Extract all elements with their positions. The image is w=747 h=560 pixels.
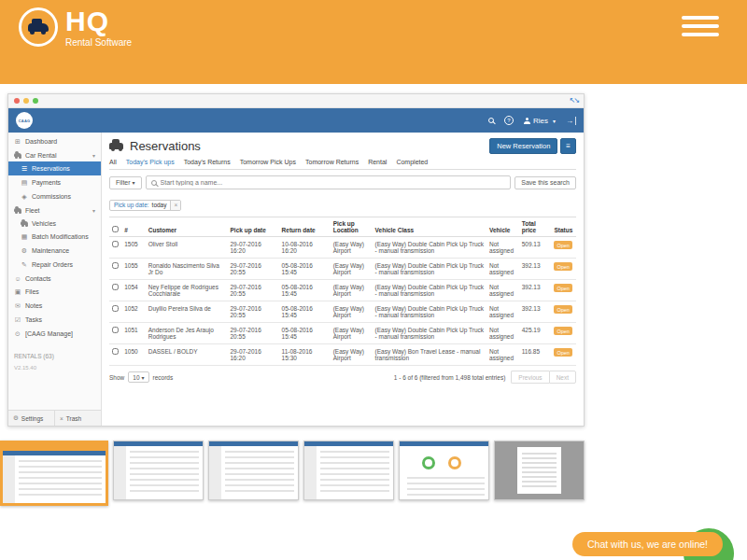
col-vehicle-class[interactable]: Vehicle Class xyxy=(373,217,486,237)
tasks-icon: ☑ xyxy=(14,316,21,324)
table-menu-button[interactable] xyxy=(560,138,576,154)
close-window-icon[interactable] xyxy=(14,98,20,104)
sidebar-item-repair-orders[interactable]: ✎ Repair Orders xyxy=(8,258,101,272)
previous-button[interactable]: Previous xyxy=(511,371,548,384)
filter-tag-value: today xyxy=(152,201,171,210)
col-total-price[interactable]: Total price xyxy=(519,217,552,237)
minimize-window-icon[interactable] xyxy=(23,98,29,104)
thumbnail-2[interactable] xyxy=(113,441,204,500)
logo-circle xyxy=(19,7,58,47)
trash-button[interactable]: × Trash xyxy=(55,411,101,426)
col-pickup-location[interactable]: Pick up Location xyxy=(331,217,373,237)
tab-todays-returns[interactable]: Today's Returns xyxy=(184,159,231,165)
reservation-id-link[interactable]: 1050 xyxy=(121,344,146,366)
chat-message[interactable]: Chat with us, we are online! xyxy=(572,532,723,556)
commissions-icon: ◈ xyxy=(21,193,28,201)
sign-out-icon[interactable]: → xyxy=(566,117,576,125)
col-customer[interactable]: Customer xyxy=(146,217,228,237)
thumbnail-1[interactable] xyxy=(0,441,108,506)
sidebar-item-reservations[interactable]: ☰ Reservations xyxy=(8,161,101,175)
col-status[interactable]: Status xyxy=(551,217,576,237)
files-icon: ▣ xyxy=(14,288,21,296)
title-actions: New Reservation xyxy=(489,138,576,154)
hamburger-menu-icon[interactable] xyxy=(682,16,719,41)
tab-rental[interactable]: Rental xyxy=(368,159,387,165)
filter-dropdown[interactable]: Filter xyxy=(109,176,142,189)
customer-link[interactable]: Ronaldo Nascimento Silva Jr Do xyxy=(146,259,228,280)
remove-filter-icon[interactable]: × xyxy=(170,201,180,210)
row-checkbox[interactable] xyxy=(112,284,119,290)
reservation-id-link[interactable]: 1055 xyxy=(121,259,146,280)
reservation-id-link[interactable]: 1054 xyxy=(121,280,146,301)
search-input[interactable] xyxy=(161,179,506,186)
pickup-date: 29-07-2016 16:20 xyxy=(228,237,279,259)
row-checkbox[interactable] xyxy=(112,305,119,312)
page-size-select[interactable]: 10 xyxy=(128,371,148,383)
col-pickup-date[interactable]: Pick up date xyxy=(228,217,279,237)
select-all-checkbox[interactable] xyxy=(112,226,119,232)
search-icon[interactable] xyxy=(488,118,494,123)
sidebar-item-vehicles[interactable]: Vehicles xyxy=(8,217,101,230)
zoom-window-icon[interactable] xyxy=(33,98,38,104)
pickup-location: (Easy Way) Airport xyxy=(331,301,373,323)
table-row: 1505 Oliver Stoll 29-07-2016 16:20 10-08… xyxy=(109,237,576,259)
next-button[interactable]: Next xyxy=(549,371,576,384)
tab-todays-pickups[interactable]: Today's Pick ups xyxy=(126,159,175,165)
row-checkbox[interactable] xyxy=(112,327,119,333)
new-reservation-button[interactable]: New Reservation xyxy=(489,138,557,154)
table-row: 1054 Ney Felippe de Rodrigues Cocchiaral… xyxy=(109,280,576,301)
save-search-button[interactable]: Save this search xyxy=(514,176,576,189)
chat-widget[interactable]: Chat with us, we are online! xyxy=(572,532,723,560)
customer-link[interactable]: Duyllio Pereira Silva de xyxy=(146,301,228,323)
sidebar-item-car-rental[interactable]: Car Rental xyxy=(8,148,101,161)
thumbnail-5[interactable] xyxy=(399,441,489,500)
sidebar-item-batch-modifications[interactable]: ▦ Batch Modifications xyxy=(8,230,101,244)
thumbnail-3[interactable] xyxy=(208,441,299,500)
pickup-location: (Easy Way) Airport xyxy=(331,237,373,259)
row-checkbox[interactable] xyxy=(112,348,119,355)
reservation-id-link[interactable]: 1051 xyxy=(121,323,146,344)
sidebar-item-commissions[interactable]: ◈ Commissions xyxy=(8,189,101,203)
tab-all[interactable]: All xyxy=(109,159,117,165)
thumbnail-6[interactable] xyxy=(494,441,585,500)
caag-logo[interactable]: CAAG xyxy=(16,112,33,129)
reservation-id-link[interactable]: 1505 xyxy=(121,237,146,259)
reservation-id-link[interactable]: 1052 xyxy=(121,301,146,323)
return-date: 05-08-2016 15:45 xyxy=(279,259,331,280)
expand-icon[interactable]: ↖↘ xyxy=(570,97,578,105)
settings-button[interactable]: ⚙ Settings xyxy=(8,411,55,426)
page-title: Reservations xyxy=(130,139,201,153)
col-id[interactable]: # xyxy=(121,217,146,237)
col-return-date[interactable]: Return date xyxy=(279,217,331,237)
sidebar-item-notes[interactable]: ✉ Notes xyxy=(8,299,101,313)
pickup-date: 29-07-2016 20:55 xyxy=(228,259,279,280)
tab-tomorrow-pickups[interactable]: Tomorrow Pick Ups xyxy=(240,159,296,165)
tab-tomorrow-returns[interactable]: Tomorrow Returns xyxy=(305,159,359,165)
sidebar-item-payments[interactable]: ▤ Payments xyxy=(8,175,101,189)
row-checkbox[interactable] xyxy=(112,241,119,247)
customer-link[interactable]: Anderson De Jes Araujo Rodrigues xyxy=(146,323,228,344)
sidebar-item-fleet[interactable]: Fleet xyxy=(8,203,101,217)
app-navbar: CAAG ? Ries → xyxy=(8,108,584,133)
sidebar-item-files[interactable]: ▣ Files xyxy=(8,285,101,299)
thumbnail-4[interactable] xyxy=(303,441,394,500)
customer-link[interactable]: Ney Felippe de Rodrigues Cocchiarale xyxy=(146,280,228,301)
sidebar-item-dashboard[interactable]: ⊞ Dashboard xyxy=(8,134,101,148)
customer-link[interactable]: Oliver Stoll xyxy=(146,237,228,259)
sidebar-item-caag-manage[interactable]: ⊙ [CAAG Manage] xyxy=(8,327,101,341)
tab-completed[interactable]: Completed xyxy=(396,159,428,165)
sidebar-item-contacts[interactable]: ☺ Contacts xyxy=(8,272,101,285)
help-icon[interactable]: ? xyxy=(504,116,514,125)
thumbnail-gallery xyxy=(0,441,585,506)
return-date: 05-08-2016 15:45 xyxy=(279,323,331,344)
col-vehicle[interactable]: Vehicle xyxy=(486,217,519,237)
user-menu[interactable]: Ries xyxy=(524,117,556,125)
customer-link[interactable]: DASSEL / BOLDY xyxy=(146,344,228,366)
sidebar-item-tasks[interactable]: ☑ Tasks xyxy=(8,313,101,327)
row-checkbox[interactable] xyxy=(112,262,119,269)
title-row: Reservations New Reservation xyxy=(109,138,576,154)
status-badge: Open xyxy=(554,284,571,292)
table-footer: Show 10 records 1 - 6 of 6 (filtered fro… xyxy=(109,371,576,384)
sidebar-item-maintenance[interactable]: ⚙ Maintenance xyxy=(8,244,101,258)
vehicle: Not assigned xyxy=(486,280,519,301)
